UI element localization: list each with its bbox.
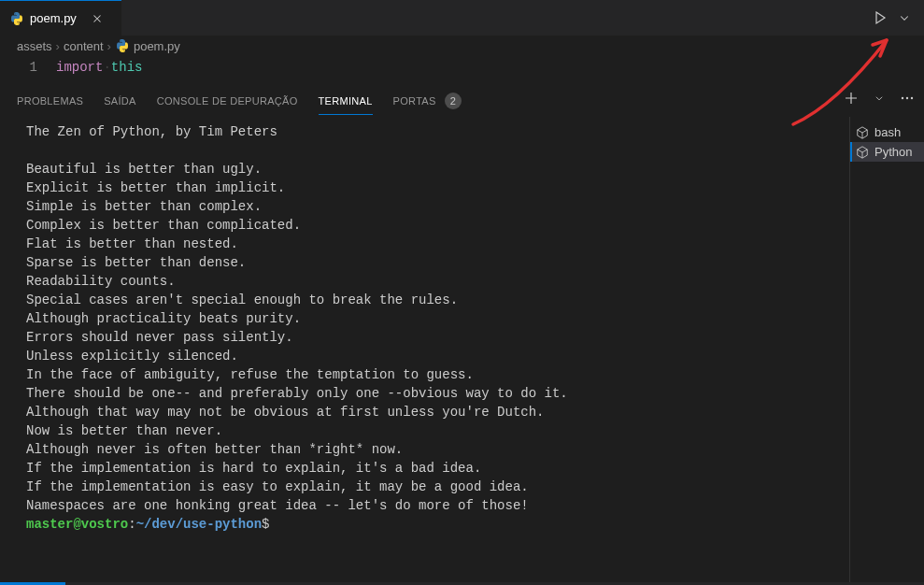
breadcrumb-file[interactable]: poem.py: [115, 38, 180, 53]
ports-badge: 2: [445, 93, 462, 109]
container-icon: [856, 146, 869, 159]
prompt-path: ~/dev/use-python: [136, 517, 262, 532]
whitespace-marker: ·: [103, 60, 110, 75]
terminal-dropdown-icon[interactable]: [872, 91, 887, 106]
prompt-user: master@vostro: [26, 517, 128, 532]
terminal-item-label: Python: [874, 145, 912, 159]
panel-tabs: PROBLEMAS SAÍDA CONSOLE DE DEPURAÇÃO TER…: [0, 85, 924, 117]
svg-point-2: [911, 97, 913, 99]
code-editor[interactable]: 1 import·this: [0, 56, 924, 84]
breadcrumb-part[interactable]: assets: [17, 39, 52, 53]
keyword-import: import: [56, 60, 103, 75]
line-number: 1: [0, 58, 37, 77]
terminal-output: The Zen of Python, by Tim Peters Beautif…: [26, 124, 568, 513]
tab-label: poem.py: [30, 11, 77, 25]
terminal-item-label: bash: [874, 125, 901, 139]
container-icon: [856, 126, 869, 139]
terminal-item-python[interactable]: Python: [850, 142, 924, 162]
terminal-body: The Zen of Python, by Tim Peters Beautif…: [0, 117, 924, 585]
bottom-panel: PROBLEMAS SAÍDA CONSOLE DE DEPURAÇÃO TER…: [0, 84, 924, 585]
more-actions-icon[interactable]: [900, 91, 915, 106]
chevron-right-icon: ›: [107, 39, 111, 53]
breadcrumb[interactable]: assets › content › poem.py: [0, 36, 924, 56]
new-terminal-button[interactable]: [844, 91, 859, 106]
tab-debug-console[interactable]: CONSOLE DE DEPURAÇÃO: [157, 88, 298, 114]
code-line[interactable]: import·this: [56, 58, 142, 77]
close-icon[interactable]: [90, 11, 105, 26]
panel-actions: [844, 91, 915, 106]
python-file-icon: [9, 11, 24, 26]
tab-output[interactable]: SAÍDA: [104, 88, 136, 114]
terminal-content[interactable]: The Zen of Python, by Tim Peters Beautif…: [0, 117, 849, 585]
terminal-list: bash Python: [849, 117, 924, 585]
tab-ports[interactable]: PORTAS 2: [393, 85, 462, 117]
prompt-symbol: $: [262, 517, 269, 532]
run-dropdown-icon[interactable]: [894, 7, 915, 28]
run-controls: [870, 0, 915, 36]
line-gutter: 1: [0, 58, 56, 77]
terminal-item-bash[interactable]: bash: [850, 122, 924, 142]
breadcrumb-part[interactable]: content: [64, 39, 104, 53]
editor-tab[interactable]: poem.py: [0, 0, 121, 36]
tab-terminal[interactable]: TERMINAL: [319, 88, 373, 114]
svg-point-1: [906, 97, 908, 99]
run-button[interactable]: [870, 7, 890, 28]
tab-problems[interactable]: PROBLEMAS: [17, 88, 83, 114]
tab-bar: poem.py: [0, 0, 924, 36]
chevron-right-icon: ›: [56, 39, 60, 53]
svg-point-0: [902, 97, 903, 99]
module-name: this: [111, 60, 143, 75]
